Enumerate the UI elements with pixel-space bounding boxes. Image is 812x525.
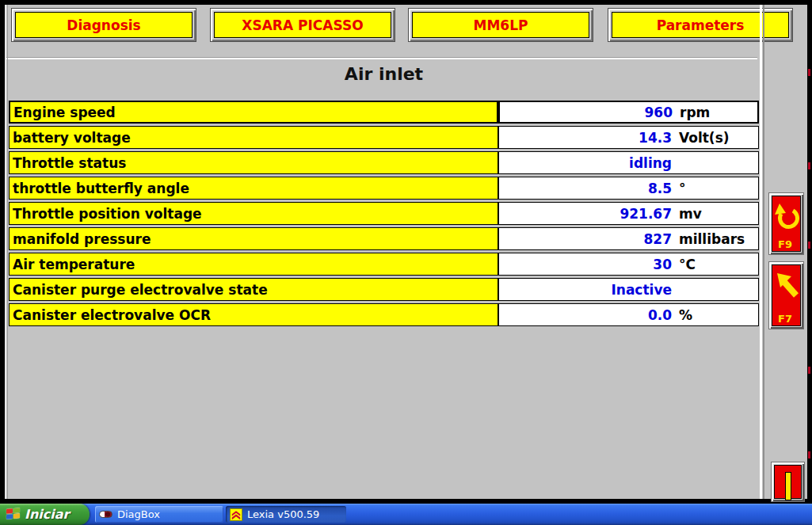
divider (760, 5, 762, 499)
arrow-up-left-icon (772, 268, 801, 308)
app-background: Diagnosis XSARA PICASSO MM6LP Parameters… (5, 5, 807, 499)
frame-artifact (808, 367, 810, 374)
start-button-label: Iniciar (25, 507, 69, 522)
f7-button-face: F7 (772, 264, 801, 326)
f9-back-button[interactable]: F9 (768, 192, 804, 255)
parameter-value: 0.0 (499, 307, 672, 323)
parameter-label: throttle butterfly angle (9, 177, 498, 200)
table-row[interactable]: Throttle position voltage 921.67 mv (9, 202, 759, 225)
parameter-unit: millibars (672, 231, 758, 247)
parameter-unit: mv (672, 206, 758, 222)
frame-artifact (808, 242, 810, 249)
f9-button-face: F9 (772, 196, 801, 252)
ecu-button[interactable]: MM6LP (408, 8, 593, 42)
windows-taskbar: Iniciar DiagBox Lexia v500.59 (0, 504, 812, 525)
parameter-unit: °C (672, 257, 758, 272)
parameter-unit: rpm (673, 105, 757, 120)
frame-artifact (808, 451, 810, 458)
parameter-value-cell: idling (498, 151, 759, 174)
parameter-label: Canister purge electrovalve state (9, 278, 498, 301)
windows-logo-icon (6, 508, 21, 521)
taskbar-item-label: DiagBox (117, 508, 160, 520)
parameter-value: 30 (499, 257, 672, 272)
parameter-value: 827 (499, 231, 672, 247)
exit-button[interactable] (771, 462, 805, 502)
parameter-value-cell: 827 millibars (498, 227, 759, 250)
parameter-value-cell: 0.0 % (498, 303, 759, 326)
table-row[interactable]: battery voltage 14.3 Volt(s) (9, 126, 759, 149)
parameters-table: Engine speed 960 rpm battery voltage 14.… (9, 101, 759, 326)
parameter-label: Throttle position voltage (9, 202, 498, 225)
parameter-value-cell: 8.5 ° (498, 177, 759, 200)
parameter-value-cell: 14.3 Volt(s) (498, 126, 759, 149)
diagnosis-button[interactable]: Diagnosis (11, 8, 196, 42)
taskbar-item-diagbox[interactable]: DiagBox (95, 506, 223, 523)
parameter-value: idling (499, 155, 672, 171)
divider (5, 58, 757, 59)
parameter-value: 8.5 (499, 181, 672, 196)
exclamation-bar-icon (785, 472, 791, 500)
parameter-label: Air temperature (9, 253, 498, 276)
parameter-unit: Volt(s) (672, 130, 758, 146)
parameter-label: Throttle status (9, 151, 498, 174)
taskbar-item-lexia[interactable]: Lexia v500.59 (226, 506, 346, 523)
f9-key-label: F9 (778, 238, 792, 250)
table-row[interactable]: Throttle status idling (9, 151, 759, 174)
ecu-button-label: MM6LP (412, 12, 589, 38)
undo-arrow-icon (772, 200, 801, 236)
divider (763, 5, 764, 499)
divider (5, 5, 6, 499)
parameter-value-cell: 30 °C (498, 253, 759, 276)
table-row[interactable]: Engine speed 960 rpm (9, 101, 759, 124)
table-row[interactable]: manifold pressure 827 millibars (9, 227, 759, 250)
parameter-value: 921.67 (499, 206, 672, 222)
table-row[interactable]: Canister electrovalve OCR 0.0 % (9, 303, 759, 326)
parameter-unit: % (672, 307, 758, 323)
start-button[interactable]: Iniciar (0, 504, 90, 525)
parameters-button[interactable]: Parameters (608, 8, 793, 42)
app-window: Diagnosis XSARA PICASSO MM6LP Parameters… (0, 0, 812, 504)
parameter-value: 14.3 (499, 130, 672, 146)
diagbox-switch-icon (99, 511, 112, 518)
exit-button-face (774, 465, 802, 499)
taskbar-item-label: Lexia v500.59 (247, 508, 319, 520)
parameter-label: manifold pressure (9, 227, 498, 250)
parameter-label: battery voltage (9, 126, 498, 149)
divider (7, 5, 8, 499)
f7-arrow-button[interactable]: F7 (768, 261, 804, 329)
parameter-value-cell: Inactive (498, 278, 759, 301)
parameter-value-cell: 921.67 mv (498, 202, 759, 225)
f7-key-label: F7 (778, 313, 792, 325)
lexia-diagnostic-screen: Diagnosis XSARA PICASSO MM6LP Parameters… (0, 0, 812, 525)
table-row[interactable]: Canister purge electrovalve state Inacti… (9, 278, 759, 301)
parameter-value-cell: 960 rpm (498, 101, 759, 124)
frame-artifact (808, 162, 810, 169)
vehicle-button-label: XSARA PICASSO (214, 12, 391, 38)
page-title: Air inlet (9, 62, 759, 87)
parameter-value: 960 (500, 105, 673, 120)
frame-artifact (808, 69, 810, 76)
diagnosis-button-label: Diagnosis (15, 12, 193, 38)
citroen-chevron-icon (230, 508, 242, 521)
table-row[interactable]: Air temperature 30 °C (9, 253, 759, 276)
parameter-value: Inactive (499, 282, 672, 298)
parameter-label: Canister electrovalve OCR (9, 303, 498, 326)
parameter-label: Engine speed (9, 101, 498, 124)
parameter-unit: ° (672, 181, 758, 196)
table-row[interactable]: throttle butterfly angle 8.5 ° (9, 177, 759, 200)
vehicle-button[interactable]: XSARA PICASSO (210, 8, 395, 42)
